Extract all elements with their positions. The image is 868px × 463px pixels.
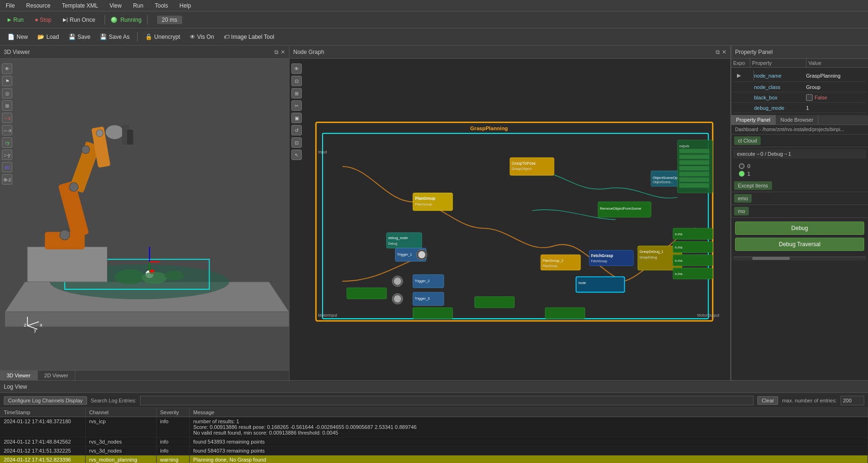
black-box-value: False bbox=[806, 94, 864, 101]
stop-button[interactable]: ■ Stop bbox=[31, 15, 55, 25]
viewer-move-minus-z-icon[interactable]: ⊕-z bbox=[2, 174, 12, 185]
debug-button[interactable]: Debug bbox=[735, 222, 864, 235]
ng-group-icon[interactable]: ▣ bbox=[291, 113, 302, 123]
menu-item-help[interactable]: Help bbox=[177, 1, 193, 10]
vis-on-button[interactable]: 👁 Vis On bbox=[186, 32, 218, 42]
ng-cursor-icon[interactable]: ↖ bbox=[291, 150, 302, 160]
ng-copy-icon[interactable]: ⊡ bbox=[291, 137, 302, 148]
toolbar-run: ▶ Run ■ Stop ▶| Run Once Running 20 ms bbox=[0, 11, 868, 28]
node-class-value: Group bbox=[806, 84, 864, 90]
viewer-move-minus-y-icon[interactable]: ↕-y bbox=[2, 150, 12, 160]
new-button[interactable]: 📄 New bbox=[4, 32, 32, 42]
search-log-input[interactable] bbox=[140, 396, 754, 405]
radio-0-label: 0 bbox=[747, 163, 750, 169]
save-as-icon: 💾 bbox=[100, 34, 107, 40]
tab-3d-viewer[interactable]: 3D Viewer bbox=[0, 371, 38, 380]
radio-row-0[interactable]: 0 bbox=[739, 162, 860, 170]
svg-text:node: node bbox=[578, 281, 586, 285]
svg-rect-82 bbox=[347, 288, 386, 299]
svg-text:MotorInput: MotorInput bbox=[318, 313, 338, 318]
svg-rect-4 bbox=[27, 247, 107, 282]
node-graph-float-button[interactable]: ⧉ bbox=[716, 49, 720, 55]
run-button[interactable]: ▶ Run bbox=[4, 15, 27, 25]
ng-frame-icon[interactable]: ⊡ bbox=[291, 76, 302, 86]
3d-viewer-scene: z y x bbox=[0, 59, 289, 370]
col-header-channel: Channel bbox=[85, 408, 156, 417]
radio-0[interactable] bbox=[739, 163, 745, 169]
log-cell-message-1: found 543893 remaining points bbox=[189, 437, 868, 446]
menu-item-tools[interactable]: Tools bbox=[153, 1, 170, 10]
tab-property-panel[interactable]: Property Panel bbox=[731, 115, 776, 125]
radio-row-1[interactable]: 1 bbox=[739, 170, 860, 178]
svg-text:MotorOutput: MotorOutput bbox=[697, 313, 719, 318]
log-cell-timestamp-2: 2024-01-12 17:41:51.332225 bbox=[0, 446, 85, 455]
save-as-button[interactable]: 💾 Save As bbox=[96, 32, 133, 42]
node-class-key: node_class bbox=[754, 84, 806, 90]
viewer-move-minus-x-icon[interactable]: ↔-x bbox=[2, 125, 12, 135]
node-graph-panel: Node Graph ⧉ ✕ 👁 ⊡ ⊞ ✂ ▣ ↺ ⊡ ↖ Gr bbox=[289, 45, 731, 380]
emo-btn[interactable]: emo bbox=[734, 194, 752, 203]
svg-text:z: z bbox=[24, 322, 26, 328]
log-cell-severity-0: info bbox=[156, 417, 189, 437]
ng-connect-icon[interactable]: ⊞ bbox=[291, 88, 302, 98]
viewer-move-y-icon[interactable]: ↕y bbox=[2, 137, 12, 148]
log-toolbar: Configure Log Channels Display Search Lo… bbox=[0, 393, 868, 408]
clear-log-button[interactable]: Clear bbox=[757, 396, 778, 405]
menu-item-view[interactable]: View bbox=[107, 1, 123, 10]
max-entries-input[interactable] bbox=[841, 396, 864, 405]
viewer-grid-icon[interactable]: ⊞ bbox=[2, 100, 12, 111]
search-log-label: Search Log Entries: bbox=[91, 398, 137, 403]
node-graph-close-button[interactable]: ✕ bbox=[722, 49, 727, 55]
viewer-move-x-icon[interactable]: ↔x bbox=[2, 113, 12, 123]
radio-1[interactable] bbox=[739, 171, 745, 177]
ng-eye-icon[interactable]: 👁 bbox=[291, 63, 302, 74]
unencrypt-button[interactable]: 🔓 Unencrypt bbox=[141, 32, 184, 42]
3d-viewer-float-button[interactable]: ⧉ bbox=[274, 49, 279, 55]
log-cell-channel-3: rvs_motion_planning bbox=[85, 455, 156, 463]
node-graph-content[interactable]: 👁 ⊡ ⊞ ✂ ▣ ↺ ⊡ ↖ GraspPlanning Input Outp… bbox=[289, 59, 730, 380]
viewer-target-icon[interactable]: ◎ bbox=[2, 88, 12, 98]
except-items-btn[interactable]: Except Items bbox=[734, 181, 772, 190]
log-row-1: 2024-01-12 17:41:48.842562rvs_3d_nodesin… bbox=[0, 437, 868, 446]
separator-2 bbox=[147, 15, 148, 25]
toolbar-file: 📄 New 📂 Load 💾 Save 💾 Save As 🔓 Unencryp… bbox=[0, 28, 868, 45]
viewer-flag-icon[interactable]: ⚑ bbox=[2, 76, 12, 86]
run-once-button[interactable]: ▶| Run Once bbox=[59, 15, 99, 25]
pp-scrollbar-horizontal[interactable] bbox=[733, 257, 866, 260]
svg-text:PlanGroup: PlanGroup bbox=[543, 264, 558, 268]
ng-cut-icon[interactable]: ✂ bbox=[291, 100, 302, 111]
svg-point-71 bbox=[394, 295, 401, 303]
viewer-move-z-icon[interactable]: ⊕z bbox=[2, 162, 12, 172]
mo-btn[interactable]: mo bbox=[734, 207, 749, 215]
menu-item-file[interactable]: File bbox=[4, 1, 17, 10]
scroll-placeholder bbox=[862, 59, 868, 67]
menu-item-run[interactable]: Run bbox=[131, 1, 145, 10]
debug-traversal-button[interactable]: Debug Traversal bbox=[735, 238, 864, 251]
viewer-eye-icon[interactable]: 👁 bbox=[2, 63, 12, 74]
debug-mode-value: 1 bbox=[806, 105, 864, 111]
menu-item-template-xml[interactable]: Template XML bbox=[60, 1, 100, 10]
node-graph-canvas: GraspPlanning Input Output MotorInput Mo… bbox=[289, 59, 730, 380]
log-cell-channel-2: rvs_3d_nodes bbox=[85, 446, 156, 455]
log-cell-severity-1: info bbox=[156, 437, 189, 446]
tab-node-browser[interactable]: Node Browser bbox=[776, 115, 819, 125]
svg-rect-11 bbox=[127, 130, 133, 145]
debug-icon bbox=[806, 94, 813, 101]
3d-viewer-content: 👁 ⚑ ◎ ⊞ ↔x ↔-x ↕y ↕-y ⊕z ⊕-z bbox=[0, 59, 289, 370]
ng-rotate-icon[interactable]: ↺ bbox=[291, 125, 302, 135]
save-button[interactable]: 💾 Save bbox=[65, 32, 94, 42]
configure-log-channels-button[interactable]: Configure Log Channels Display bbox=[4, 396, 87, 405]
image-label-tool-button[interactable]: 🏷 Image Label Tool bbox=[220, 32, 278, 42]
menu-item-resource[interactable]: Resource bbox=[24, 1, 52, 10]
load-button[interactable]: 📂 Load bbox=[34, 32, 63, 42]
ct-cloud-btn[interactable]: ct Cloud bbox=[734, 136, 761, 145]
expo-expand-node-name[interactable]: ▶ bbox=[735, 71, 754, 80]
debug-mode-key: debug_mode bbox=[754, 105, 806, 111]
svg-rect-83 bbox=[413, 308, 453, 319]
3d-viewer-close-button[interactable]: ✕ bbox=[281, 49, 285, 55]
prop-node-name-row: ▶ node_name GraspPlanning bbox=[733, 70, 866, 82]
tab-2d-viewer[interactable]: 2D Viewer bbox=[38, 371, 76, 380]
log-row-0: 2024-01-12 17:41:48.372180rvs_icpinfonum… bbox=[0, 417, 868, 437]
node-graph-header-buttons: ⧉ ✕ bbox=[716, 49, 727, 55]
log-cell-channel-0: rvs_icp bbox=[85, 417, 156, 437]
